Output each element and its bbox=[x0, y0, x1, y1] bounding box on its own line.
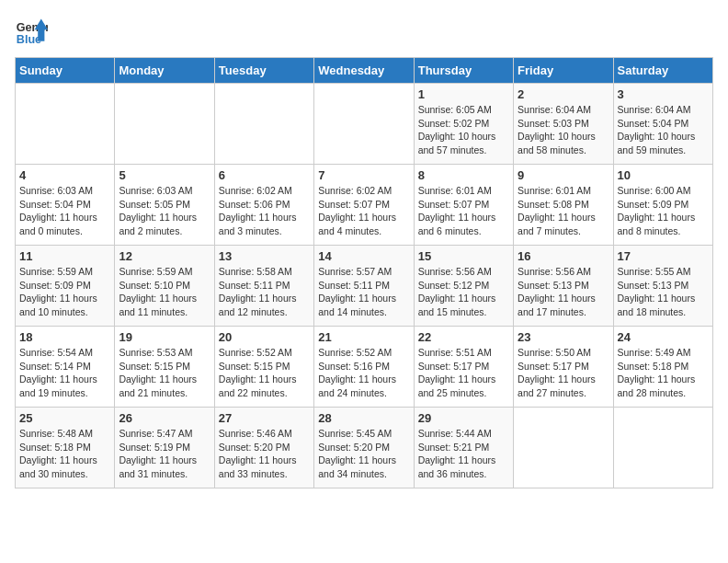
cell-info: Sunrise: 5:58 AM Sunset: 5:11 PM Dayligh… bbox=[219, 265, 310, 319]
day-number: 24 bbox=[618, 330, 709, 344]
day-number: 3 bbox=[618, 87, 709, 101]
calendar-cell: 6Sunrise: 6:02 AM Sunset: 5:06 PM Daylig… bbox=[214, 165, 313, 246]
day-header-saturday: Saturday bbox=[613, 58, 712, 84]
cell-info: Sunrise: 5:56 AM Sunset: 5:12 PM Dayligh… bbox=[418, 265, 509, 319]
day-number: 23 bbox=[518, 330, 609, 344]
day-header-tuesday: Tuesday bbox=[214, 58, 313, 84]
calendar-cell: 25Sunrise: 5:48 AM Sunset: 5:18 PM Dayli… bbox=[16, 408, 115, 488]
calendar-cell: 8Sunrise: 6:01 AM Sunset: 5:07 PM Daylig… bbox=[414, 165, 513, 246]
calendar-cell: 12Sunrise: 5:59 AM Sunset: 5:10 PM Dayli… bbox=[115, 246, 214, 327]
cell-info: Sunrise: 6:04 AM Sunset: 5:03 PM Dayligh… bbox=[518, 103, 609, 157]
calendar-cell: 14Sunrise: 5:57 AM Sunset: 5:11 PM Dayli… bbox=[314, 246, 414, 327]
day-number: 8 bbox=[418, 168, 509, 182]
calendar-cell: 3Sunrise: 6:04 AM Sunset: 5:04 PM Daylig… bbox=[613, 84, 712, 165]
calendar-table: SundayMondayTuesdayWednesdayThursdayFrid… bbox=[15, 57, 713, 488]
day-number: 9 bbox=[518, 168, 609, 182]
calendar-cell: 22Sunrise: 5:51 AM Sunset: 5:17 PM Dayli… bbox=[414, 327, 513, 408]
day-header-wednesday: Wednesday bbox=[314, 58, 414, 84]
day-header-sunday: Sunday bbox=[16, 58, 115, 84]
day-number: 1 bbox=[418, 87, 509, 101]
logo: General Blue bbox=[15, 15, 48, 48]
day-number: 29 bbox=[418, 411, 509, 425]
day-number: 22 bbox=[418, 330, 509, 344]
calendar-cell: 1Sunrise: 6:05 AM Sunset: 5:02 PM Daylig… bbox=[414, 84, 513, 165]
calendar-cell: 27Sunrise: 5:46 AM Sunset: 5:20 PM Dayli… bbox=[214, 408, 313, 488]
day-number: 20 bbox=[219, 330, 310, 344]
day-number: 17 bbox=[618, 249, 709, 263]
logo-icon: General Blue bbox=[15, 15, 48, 48]
calendar-cell: 23Sunrise: 5:50 AM Sunset: 5:17 PM Dayli… bbox=[514, 327, 613, 408]
cell-info: Sunrise: 5:44 AM Sunset: 5:21 PM Dayligh… bbox=[418, 427, 509, 481]
cell-info: Sunrise: 5:47 AM Sunset: 5:19 PM Dayligh… bbox=[119, 427, 210, 481]
day-number: 18 bbox=[19, 330, 110, 344]
cell-info: Sunrise: 5:51 AM Sunset: 5:17 PM Dayligh… bbox=[418, 346, 509, 400]
day-number: 5 bbox=[119, 168, 210, 182]
calendar-cell: 9Sunrise: 6:01 AM Sunset: 5:08 PM Daylig… bbox=[514, 165, 613, 246]
day-number: 21 bbox=[318, 330, 409, 344]
day-number: 28 bbox=[318, 411, 409, 425]
calendar-cell: 5Sunrise: 6:03 AM Sunset: 5:05 PM Daylig… bbox=[115, 165, 214, 246]
day-number: 6 bbox=[219, 168, 310, 182]
day-number: 26 bbox=[119, 411, 210, 425]
calendar-cell: 4Sunrise: 6:03 AM Sunset: 5:04 PM Daylig… bbox=[16, 165, 115, 246]
cell-info: Sunrise: 6:04 AM Sunset: 5:04 PM Dayligh… bbox=[618, 103, 709, 157]
day-number: 19 bbox=[119, 330, 210, 344]
day-number: 14 bbox=[318, 249, 409, 263]
day-header-thursday: Thursday bbox=[414, 58, 513, 84]
cell-info: Sunrise: 5:54 AM Sunset: 5:14 PM Dayligh… bbox=[19, 346, 110, 400]
calendar-cell: 2Sunrise: 6:04 AM Sunset: 5:03 PM Daylig… bbox=[514, 84, 613, 165]
calendar-cell: 29Sunrise: 5:44 AM Sunset: 5:21 PM Dayli… bbox=[414, 408, 513, 488]
cell-info: Sunrise: 5:55 AM Sunset: 5:13 PM Dayligh… bbox=[618, 265, 709, 319]
day-number: 10 bbox=[618, 168, 709, 182]
calendar-cell: 13Sunrise: 5:58 AM Sunset: 5:11 PM Dayli… bbox=[214, 246, 313, 327]
calendar-cell: 17Sunrise: 5:55 AM Sunset: 5:13 PM Dayli… bbox=[613, 246, 712, 327]
calendar-cell bbox=[115, 84, 214, 165]
day-number: 4 bbox=[19, 168, 110, 182]
cell-info: Sunrise: 5:59 AM Sunset: 5:09 PM Dayligh… bbox=[19, 265, 110, 319]
calendar-cell bbox=[613, 408, 712, 488]
cell-info: Sunrise: 6:01 AM Sunset: 5:07 PM Dayligh… bbox=[418, 184, 509, 238]
calendar-cell: 21Sunrise: 5:52 AM Sunset: 5:16 PM Dayli… bbox=[314, 327, 414, 408]
day-header-friday: Friday bbox=[514, 58, 613, 84]
svg-text:Blue: Blue bbox=[17, 33, 41, 46]
cell-info: Sunrise: 5:57 AM Sunset: 5:11 PM Dayligh… bbox=[318, 265, 409, 319]
cell-info: Sunrise: 5:52 AM Sunset: 5:15 PM Dayligh… bbox=[219, 346, 310, 400]
calendar-cell: 19Sunrise: 5:53 AM Sunset: 5:15 PM Dayli… bbox=[115, 327, 214, 408]
cell-info: Sunrise: 6:02 AM Sunset: 5:06 PM Dayligh… bbox=[219, 184, 310, 238]
calendar-cell: 10Sunrise: 6:00 AM Sunset: 5:09 PM Dayli… bbox=[613, 165, 712, 246]
cell-info: Sunrise: 6:01 AM Sunset: 5:08 PM Dayligh… bbox=[518, 184, 609, 238]
day-header-monday: Monday bbox=[115, 58, 214, 84]
day-number: 13 bbox=[219, 249, 310, 263]
calendar-cell: 16Sunrise: 5:56 AM Sunset: 5:13 PM Dayli… bbox=[514, 246, 613, 327]
calendar-cell: 18Sunrise: 5:54 AM Sunset: 5:14 PM Dayli… bbox=[16, 327, 115, 408]
day-number: 2 bbox=[518, 87, 609, 101]
day-number: 7 bbox=[318, 168, 409, 182]
cell-info: Sunrise: 5:46 AM Sunset: 5:20 PM Dayligh… bbox=[219, 427, 310, 481]
day-number: 27 bbox=[219, 411, 310, 425]
calendar-cell: 24Sunrise: 5:49 AM Sunset: 5:18 PM Dayli… bbox=[613, 327, 712, 408]
calendar-cell bbox=[514, 408, 613, 488]
calendar-cell bbox=[16, 84, 115, 165]
day-number: 15 bbox=[418, 249, 509, 263]
calendar-cell: 15Sunrise: 5:56 AM Sunset: 5:12 PM Dayli… bbox=[414, 246, 513, 327]
cell-info: Sunrise: 5:49 AM Sunset: 5:18 PM Dayligh… bbox=[618, 346, 709, 400]
day-number: 12 bbox=[119, 249, 210, 263]
cell-info: Sunrise: 5:56 AM Sunset: 5:13 PM Dayligh… bbox=[518, 265, 609, 319]
cell-info: Sunrise: 5:45 AM Sunset: 5:20 PM Dayligh… bbox=[318, 427, 409, 481]
cell-info: Sunrise: 5:50 AM Sunset: 5:17 PM Dayligh… bbox=[518, 346, 609, 400]
cell-info: Sunrise: 5:59 AM Sunset: 5:10 PM Dayligh… bbox=[119, 265, 210, 319]
cell-info: Sunrise: 6:03 AM Sunset: 5:04 PM Dayligh… bbox=[19, 184, 110, 238]
day-number: 16 bbox=[518, 249, 609, 263]
cell-info: Sunrise: 5:53 AM Sunset: 5:15 PM Dayligh… bbox=[119, 346, 210, 400]
cell-info: Sunrise: 6:02 AM Sunset: 5:07 PM Dayligh… bbox=[318, 184, 409, 238]
cell-info: Sunrise: 6:00 AM Sunset: 5:09 PM Dayligh… bbox=[618, 184, 709, 238]
calendar-cell: 28Sunrise: 5:45 AM Sunset: 5:20 PM Dayli… bbox=[314, 408, 414, 488]
cell-info: Sunrise: 5:52 AM Sunset: 5:16 PM Dayligh… bbox=[318, 346, 409, 400]
cell-info: Sunrise: 6:03 AM Sunset: 5:05 PM Dayligh… bbox=[119, 184, 210, 238]
header: General Blue bbox=[15, 15, 713, 48]
day-number: 11 bbox=[19, 249, 110, 263]
calendar-cell: 11Sunrise: 5:59 AM Sunset: 5:09 PM Dayli… bbox=[16, 246, 115, 327]
calendar-cell: 7Sunrise: 6:02 AM Sunset: 5:07 PM Daylig… bbox=[314, 165, 414, 246]
calendar-cell bbox=[214, 84, 313, 165]
cell-info: Sunrise: 6:05 AM Sunset: 5:02 PM Dayligh… bbox=[418, 103, 509, 157]
